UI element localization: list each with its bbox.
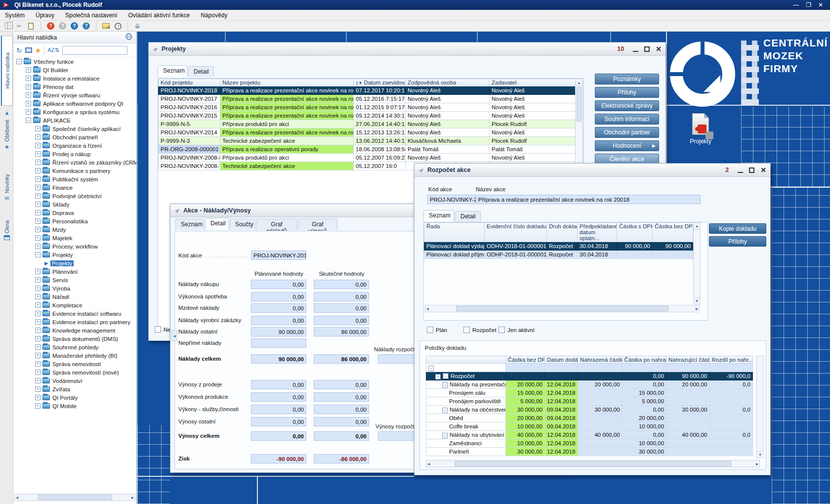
tree-item[interactable]: +Evidence instalací pro partnery [13, 318, 136, 326]
form-field[interactable] [251, 338, 306, 348]
table-row[interactable]: PROJ-NOVINKY-2018Příprava a realizace pr… [159, 86, 577, 95]
expand-icon[interactable]: + [35, 160, 41, 165]
scroll-right-icon[interactable]: ▸ [756, 461, 758, 466]
strip-tab-hlavni-nabidka[interactable]: Hlavní nabídka [1, 36, 13, 106]
form-field[interactable]: 0,00 [251, 280, 306, 289]
tree-item[interactable]: +Prodej a nákup [13, 150, 136, 158]
form-field[interactable]: PROJ-NOVINKY-2018 [251, 251, 306, 260]
expand-icon[interactable]: + [35, 151, 41, 157]
table-row[interactable]: P-9999-N-5Příprava produktů pro akci27.0… [159, 120, 577, 128]
checkbox-icon[interactable] [498, 327, 505, 333]
expand-icon[interactable]: + [35, 202, 41, 207]
form-field[interactable]: 0,00 [314, 316, 369, 325]
tree-item[interactable]: +Správa nemovitostí [13, 360, 136, 368]
tree-item[interactable]: +Plánování [13, 267, 136, 276]
app-minimize-button[interactable]: — [793, 0, 799, 10]
column-header[interactable]: Řada [424, 223, 485, 242]
context-help-icon[interactable]: ? [46, 22, 55, 30]
copy-icon[interactable] [3, 22, 11, 30]
expand-icon[interactable]: + [35, 395, 41, 400]
kod-akce-field[interactable]: PROJ-NOVINKY-2018 [427, 195, 480, 204]
tree-item[interactable]: +Majetek [13, 234, 136, 242]
form-field[interactable]: 0,00 [251, 316, 306, 325]
tree-item[interactable]: +Personalistika [13, 217, 136, 225]
tree-item[interactable]: +Společné číselníky aplikací [13, 125, 136, 133]
strip-tab-oblibene[interactable]: Oblíbené ★ [1, 120, 13, 165]
menu-item[interactable]: Společná nastavení [65, 12, 117, 19]
collapse-icon[interactable]: − [442, 433, 448, 438]
close-icon[interactable]: ✕ [760, 168, 766, 173]
expand-icon[interactable]: + [35, 126, 41, 131]
collapse-splitter-button[interactable]: ◂ [171, 330, 177, 341]
minimize-icon[interactable] [738, 168, 743, 173]
scroll-left-icon[interactable]: ◂ [426, 306, 429, 311]
tree-item[interactable]: +Evidence instalací softwaru [13, 309, 136, 318]
tab-1[interactable]: Detail [188, 66, 214, 77]
tree-item[interactable]: +Přenosy dat [13, 83, 136, 91]
expand-icon[interactable]: + [26, 84, 31, 89]
expand-icon[interactable]: + [26, 67, 31, 73]
prilohy-button[interactable]: Přílohy [709, 236, 766, 247]
cut-icon[interactable]: ✂ [15, 22, 23, 30]
collapse-icon[interactable]: − [442, 382, 448, 388]
tree-item[interactable]: +Obchodní partneři [13, 133, 136, 141]
item-row[interactable]: Oběd20 000,0009.04.201820 000,00 [426, 414, 753, 422]
scroll-left-icon[interactable]: ◂ [427, 461, 430, 466]
tree-item[interactable]: +Sklady [13, 200, 136, 209]
item-row[interactable]: Zaměstnanci10 000,0012.04.201810 000,00 [426, 439, 753, 448]
form-field[interactable]: 0,00 [314, 417, 369, 426]
expand-icon[interactable]: + [35, 344, 41, 350]
tree-item[interactable]: +Knowledge management [13, 326, 136, 335]
form-field[interactable]: 0,00 [251, 417, 306, 426]
collapse-icon[interactable]: − [428, 366, 434, 371]
expand-icon[interactable]: + [35, 168, 41, 173]
hodnocen--button[interactable]: Hodnocení▶ [595, 140, 659, 151]
search-input[interactable] [62, 46, 127, 55]
form-field[interactable]: -86 000,00 [314, 454, 369, 463]
scrollbar-thumb[interactable] [456, 306, 668, 311]
strip-tab-novinky[interactable]: Novinky ✉ [1, 174, 13, 212]
form-field[interactable]: 86 000,00 [314, 354, 369, 364]
form-field[interactable]: 0,00 [314, 280, 369, 289]
collapse-icon[interactable]: − [442, 408, 448, 413]
maximize-icon[interactable] [749, 168, 754, 173]
form-field[interactable]: 0,00 [251, 292, 306, 301]
tree-item[interactable]: +QI Portály [13, 393, 136, 402]
tree-item[interactable]: +Manažerské přehledy (BI) [13, 351, 136, 360]
close-icon[interactable]: ✕ [656, 46, 662, 52]
history-clock-icon[interactable] [114, 22, 122, 30]
tab-0[interactable]: Seznam [158, 65, 187, 77]
scrollbar-thumb[interactable] [455, 461, 731, 466]
collapse-panel-arrow[interactable]: ▲ [1, 108, 13, 116]
expand-icon[interactable]: + [35, 185, 41, 190]
column-header[interactable]: Kód projektu [159, 79, 220, 86]
column-header[interactable]: Název projektu [220, 79, 354, 86]
items-horizontal-scrollbar[interactable]: ◂ ▸ [426, 460, 760, 467]
tree-item[interactable]: +Instalace a reinstalace [13, 74, 136, 83]
help-icon[interactable]: ? [70, 22, 79, 30]
tree-item[interactable]: +Správa dokumentů (DMS) [13, 335, 136, 343]
tree-item[interactable]: +Zvířata [13, 385, 136, 393]
column-header[interactable]: Druh dokladu [547, 223, 578, 242]
expand-icon[interactable]: + [35, 277, 41, 283]
item-row[interactable]: Pronájem parkoviště5 000,0012.04.20185 0… [426, 397, 753, 406]
notifications-bell-icon[interactable]: 🕭 [133, 22, 142, 30]
menu-item[interactable]: Ovládání aktivní funkce [128, 12, 190, 19]
monitor-icon[interactable] [25, 47, 32, 53]
table-row[interactable]: P-9999-N-3Technické zabezpečení akce13.0… [159, 137, 577, 145]
table-row[interactable]: PROJ-NOVINKY-2017Příprava a realizace pr… [159, 95, 577, 103]
form-field[interactable]: 0,00 [314, 303, 369, 313]
user-help-icon[interactable]: ? [82, 22, 90, 30]
tree-item[interactable]: +Nářadí [13, 293, 136, 301]
tab-0[interactable]: Seznam [423, 210, 454, 222]
jen-aktivni-checkbox[interactable]: Jen aktivní [498, 327, 535, 333]
tree-item[interactable]: +Řízení vztahů se zákazníky (CRM) [13, 158, 136, 167]
tree-item[interactable]: +Publikační systém [13, 175, 136, 183]
tab-1[interactable]: Detail [205, 218, 229, 230]
scrollbar-thumb[interactable] [38, 495, 112, 500]
app-maximize-button[interactable]: ❐ [806, 0, 811, 10]
expand-icon[interactable]: + [35, 218, 41, 224]
item-row[interactable]: −Náklady na ubytování40 000,0012.04.2018… [426, 431, 753, 439]
column-header[interactable]: Částka po nahrazení [622, 356, 666, 364]
tree-item[interactable]: +Servis [13, 276, 136, 284]
